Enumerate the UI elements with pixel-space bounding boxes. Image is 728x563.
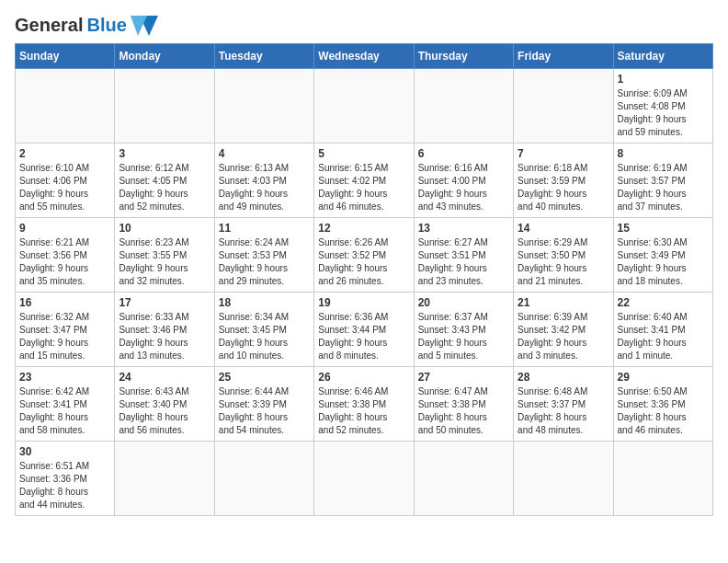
day-number: 18	[219, 296, 310, 309]
day-info: Sunrise: 6:21 AM Sunset: 3:56 PM Dayligh…	[19, 236, 110, 288]
calendar-cell: 12Sunrise: 6:26 AM Sunset: 3:52 PM Dayli…	[314, 218, 414, 293]
day-number: 27	[418, 371, 509, 384]
day-number: 24	[119, 371, 210, 384]
day-info: Sunrise: 6:15 AM Sunset: 4:02 PM Dayligh…	[318, 162, 409, 213]
calendar-cell: 2Sunrise: 6:10 AM Sunset: 4:06 PM Daylig…	[16, 144, 115, 218]
calendar-cell: 27Sunrise: 6:47 AM Sunset: 3:38 PM Dayli…	[414, 367, 513, 442]
day-info: Sunrise: 6:51 AM Sunset: 3:36 PM Dayligh…	[19, 460, 110, 511]
calendar-cell: 8Sunrise: 6:19 AM Sunset: 3:57 PM Daylig…	[613, 144, 712, 218]
day-number: 4	[219, 147, 310, 160]
day-info: Sunrise: 6:26 AM Sunset: 3:52 PM Dayligh…	[318, 236, 409, 288]
calendar-cell	[414, 69, 513, 144]
day-number: 6	[418, 147, 509, 160]
day-info: Sunrise: 6:40 AM Sunset: 3:41 PM Dayligh…	[618, 311, 709, 362]
calendar-cell	[314, 69, 414, 144]
calendar-table: SundayMondayTuesdayWednesdayThursdayFrid…	[15, 43, 713, 516]
day-number: 26	[318, 371, 409, 384]
calendar-cell	[514, 442, 613, 516]
calendar-cell	[414, 442, 513, 516]
calendar-cell: 16Sunrise: 6:32 AM Sunset: 3:47 PM Dayli…	[16, 293, 115, 367]
day-info: Sunrise: 6:48 AM Sunset: 3:37 PM Dayligh…	[518, 385, 609, 437]
calendar-cell: 22Sunrise: 6:40 AM Sunset: 3:41 PM Dayli…	[613, 293, 712, 367]
day-number: 17	[119, 296, 210, 309]
calendar-cell	[214, 442, 313, 516]
day-number: 3	[119, 147, 210, 160]
day-info: Sunrise: 6:29 AM Sunset: 3:50 PM Dayligh…	[518, 236, 609, 288]
calendar-cell	[16, 69, 115, 144]
day-info: Sunrise: 6:10 AM Sunset: 4:06 PM Dayligh…	[19, 162, 110, 213]
calendar-cell	[613, 442, 712, 516]
day-number: 21	[518, 296, 609, 309]
day-info: Sunrise: 6:50 AM Sunset: 3:36 PM Dayligh…	[618, 385, 709, 437]
calendar-cell: 7Sunrise: 6:18 AM Sunset: 3:59 PM Daylig…	[514, 144, 613, 218]
day-number: 19	[318, 296, 409, 309]
calendar-cell: 21Sunrise: 6:39 AM Sunset: 3:42 PM Dayli…	[514, 293, 613, 367]
day-info: Sunrise: 6:27 AM Sunset: 3:51 PM Dayligh…	[418, 236, 509, 288]
day-info: Sunrise: 6:32 AM Sunset: 3:47 PM Dayligh…	[19, 311, 110, 362]
day-number: 8	[618, 147, 709, 160]
day-number: 23	[19, 371, 110, 384]
day-info: Sunrise: 6:37 AM Sunset: 3:43 PM Dayligh…	[418, 311, 509, 362]
day-number: 10	[119, 222, 210, 235]
calendar-header: SundayMondayTuesdayWednesdayThursdayFrid…	[16, 44, 713, 69]
calendar-cell: 23Sunrise: 6:42 AM Sunset: 3:41 PM Dayli…	[16, 367, 115, 442]
weekday-header-saturday: Saturday	[613, 44, 712, 69]
weekday-header-monday: Monday	[115, 44, 214, 69]
calendar-cell: 11Sunrise: 6:24 AM Sunset: 3:53 PM Dayli…	[214, 218, 313, 293]
weekday-header-friday: Friday	[514, 44, 613, 69]
calendar-cell: 15Sunrise: 6:30 AM Sunset: 3:49 PM Dayli…	[613, 218, 712, 293]
day-number: 22	[618, 296, 709, 309]
calendar-cell: 5Sunrise: 6:15 AM Sunset: 4:02 PM Daylig…	[314, 144, 414, 218]
calendar-cell: 3Sunrise: 6:12 AM Sunset: 4:05 PM Daylig…	[115, 144, 214, 218]
page-header: General Blue	[15, 15, 713, 36]
day-info: Sunrise: 6:47 AM Sunset: 3:38 PM Dayligh…	[418, 385, 509, 437]
day-info: Sunrise: 6:13 AM Sunset: 4:03 PM Dayligh…	[219, 162, 310, 213]
calendar-cell: 24Sunrise: 6:43 AM Sunset: 3:40 PM Dayli…	[115, 367, 214, 442]
calendar-cell: 20Sunrise: 6:37 AM Sunset: 3:43 PM Dayli…	[414, 293, 513, 367]
day-info: Sunrise: 6:36 AM Sunset: 3:44 PM Dayligh…	[318, 311, 409, 362]
day-info: Sunrise: 6:12 AM Sunset: 4:05 PM Dayligh…	[119, 162, 210, 213]
day-number: 13	[418, 222, 509, 235]
day-number: 2	[19, 147, 110, 160]
weekday-header-tuesday: Tuesday	[214, 44, 313, 69]
day-number: 14	[518, 222, 609, 235]
calendar-cell	[314, 442, 414, 516]
day-number: 20	[418, 296, 509, 309]
calendar-cell	[115, 69, 214, 144]
day-info: Sunrise: 6:33 AM Sunset: 3:46 PM Dayligh…	[119, 311, 210, 362]
day-info: Sunrise: 6:09 AM Sunset: 4:08 PM Dayligh…	[618, 87, 709, 139]
day-number: 29	[618, 371, 709, 384]
day-info: Sunrise: 6:16 AM Sunset: 4:00 PM Dayligh…	[418, 162, 509, 213]
day-info: Sunrise: 6:46 AM Sunset: 3:38 PM Dayligh…	[318, 385, 409, 437]
weekday-header-wednesday: Wednesday	[314, 44, 414, 69]
weekday-header-thursday: Thursday	[414, 44, 513, 69]
day-number: 16	[19, 296, 110, 309]
day-info: Sunrise: 6:18 AM Sunset: 3:59 PM Dayligh…	[518, 162, 609, 213]
day-info: Sunrise: 6:43 AM Sunset: 3:40 PM Dayligh…	[119, 385, 210, 437]
day-info: Sunrise: 6:39 AM Sunset: 3:42 PM Dayligh…	[518, 311, 609, 362]
day-info: Sunrise: 6:44 AM Sunset: 3:39 PM Dayligh…	[219, 385, 310, 437]
calendar-cell: 1Sunrise: 6:09 AM Sunset: 4:08 PM Daylig…	[613, 69, 712, 144]
day-info: Sunrise: 6:30 AM Sunset: 3:49 PM Dayligh…	[618, 236, 709, 288]
calendar-cell: 25Sunrise: 6:44 AM Sunset: 3:39 PM Dayli…	[214, 367, 313, 442]
day-info: Sunrise: 6:42 AM Sunset: 3:41 PM Dayligh…	[19, 385, 110, 437]
day-number: 12	[318, 222, 409, 235]
calendar-cell: 9Sunrise: 6:21 AM Sunset: 3:56 PM Daylig…	[16, 218, 115, 293]
logo: General Blue	[15, 15, 158, 36]
day-number: 1	[618, 73, 709, 86]
calendar-cell: 28Sunrise: 6:48 AM Sunset: 3:37 PM Dayli…	[514, 367, 613, 442]
day-info: Sunrise: 6:23 AM Sunset: 3:55 PM Dayligh…	[119, 236, 210, 288]
calendar-cell: 19Sunrise: 6:36 AM Sunset: 3:44 PM Dayli…	[314, 293, 414, 367]
calendar-cell: 26Sunrise: 6:46 AM Sunset: 3:38 PM Dayli…	[314, 367, 414, 442]
calendar-cell: 14Sunrise: 6:29 AM Sunset: 3:50 PM Dayli…	[514, 218, 613, 293]
day-number: 9	[19, 222, 110, 235]
day-number: 15	[618, 222, 709, 235]
logo-icon	[131, 16, 158, 36]
logo-text-general: General	[15, 15, 83, 36]
logo-text-blue: Blue	[86, 15, 126, 36]
calendar-cell	[214, 69, 313, 144]
day-number: 30	[19, 445, 110, 458]
day-info: Sunrise: 6:34 AM Sunset: 3:45 PM Dayligh…	[219, 311, 310, 362]
calendar-cell	[514, 69, 613, 144]
calendar-cell: 13Sunrise: 6:27 AM Sunset: 3:51 PM Dayli…	[414, 218, 513, 293]
